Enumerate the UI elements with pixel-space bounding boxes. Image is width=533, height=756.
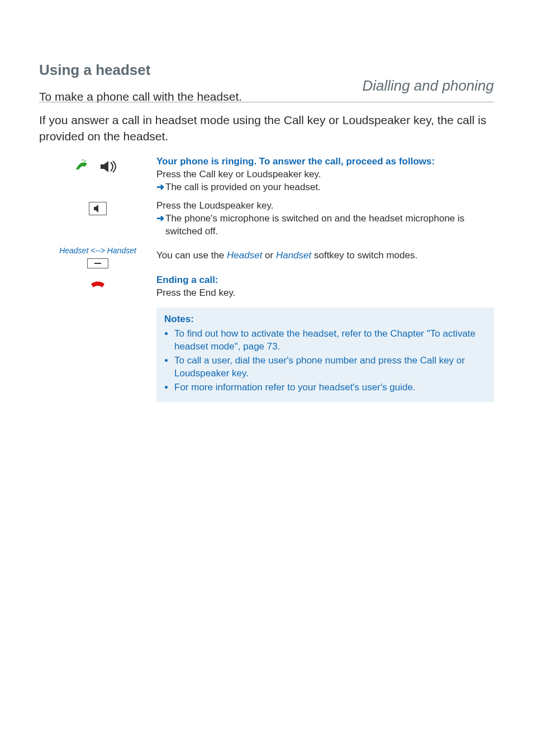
svg-rect-2 (101, 164, 104, 169)
arrow-icon: ➜ (156, 212, 165, 225)
steps-area: Your phone is ringing. To answer the cal… (39, 155, 494, 402)
page-root: Dialling and phoning Using a headset To … (0, 62, 533, 756)
step-loudspeaker: Press the Loudspeaker key. ➜The phone's … (39, 200, 494, 238)
intro-paragraph-2: If you answer a call in headset mode usi… (39, 112, 494, 144)
arrow-icon: ➜ (156, 181, 165, 194)
notes-list: To find out how to activate the headset,… (164, 328, 486, 394)
end-call-icon (89, 280, 107, 291)
mode-label: Headset <--> Handset (39, 246, 156, 255)
svg-point-0 (82, 159, 83, 160)
step2-result: ➜The phone's microphone is switched on a… (156, 212, 494, 238)
step2-icon (39, 200, 156, 215)
notes-box: Notes: To find out how to activate the h… (156, 308, 494, 403)
end-icon (39, 274, 156, 291)
end-text: Press the End key. (156, 287, 494, 300)
svg-marker-5 (96, 205, 98, 212)
svg-marker-3 (104, 161, 108, 172)
mode-icon-area: Headset <--> Handset (39, 244, 156, 268)
softkey-icon (87, 258, 108, 268)
step2-text: Press the Loudspeaker key. (156, 200, 494, 212)
notes-title: Notes: (164, 314, 194, 324)
step-end-call: Ending a call: Press the End key. (39, 274, 494, 300)
step1-heading: Your phone is ringing. To answer the cal… (156, 155, 494, 168)
step1-text: Press the Call key or Loudspeaker key. (156, 168, 494, 181)
note-item-3: For more information refer to your heads… (174, 381, 486, 394)
step-answer-call: Your phone is ringing. To answer the cal… (39, 155, 494, 194)
running-head: Dialling and phoning (362, 77, 494, 94)
mode-text: You can use the Headset or Handset softk… (156, 249, 494, 262)
step1-icons (39, 155, 156, 176)
svg-rect-4 (94, 207, 96, 210)
note-item-2: To call a user, dial the user's phone nu… (174, 355, 486, 380)
svg-point-1 (84, 160, 85, 162)
section-title: Using a headset (39, 62, 494, 79)
step1-result: ➜The call is provided on your headset. (156, 181, 494, 194)
header-rule (39, 102, 494, 102)
end-heading: Ending a call: (156, 274, 494, 287)
loudspeaker-key-icon (89, 202, 107, 215)
note-item-1: To find out how to activate the headset,… (174, 328, 486, 353)
step-mode-switch: Headset <--> Handset You can use the Hea… (39, 244, 494, 268)
notes-row: Notes: To find out how to activate the h… (39, 305, 494, 403)
call-and-loudspeaker-icons (73, 158, 123, 176)
